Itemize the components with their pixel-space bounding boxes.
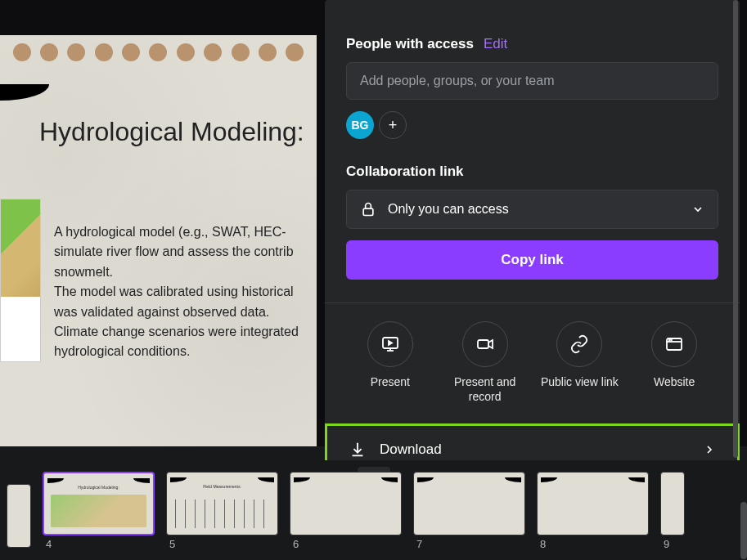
- present-icon: [380, 334, 400, 354]
- svg-point-9: [669, 340, 670, 341]
- slide-binding: [0, 43, 317, 68]
- website-action[interactable]: Website: [633, 321, 715, 404]
- present-action[interactable]: Present: [349, 321, 431, 404]
- avatar[interactable]: BG: [346, 111, 374, 139]
- add-person-button[interactable]: +: [379, 111, 407, 139]
- slide-thumbnail[interactable]: Hydrological Modeling: 4: [43, 472, 155, 550]
- download-icon: [349, 441, 367, 459]
- slide-decoration: [0, 84, 49, 101]
- slide-thumbnail[interactable]: 9: [660, 472, 685, 550]
- share-actions-row: Present Present and record: [346, 321, 718, 404]
- svg-rect-5: [478, 340, 488, 348]
- divider: [325, 302, 740, 303]
- chevron-down-icon: [691, 203, 704, 216]
- access-level-text: Only you can access: [388, 202, 680, 217]
- add-people-input[interactable]: [346, 62, 718, 100]
- chevron-right-icon: [703, 443, 716, 456]
- public-link-action[interactable]: Public view link: [538, 321, 620, 404]
- slide-thumbnail[interactable]: 6: [290, 472, 402, 550]
- edit-access-link[interactable]: Edit: [484, 36, 507, 52]
- link-icon: [569, 334, 589, 354]
- slide-figure: [0, 199, 41, 362]
- download-label: Download: [380, 441, 690, 458]
- current-slide: Hydrological Modeling: A hydrological mo…: [0, 35, 317, 446]
- copy-link-button[interactable]: Copy link: [346, 240, 718, 280]
- slide-thumbnail[interactable]: 7: [413, 472, 525, 550]
- slide-thumbnail[interactable]: Field Measurements: 5: [166, 472, 278, 550]
- outer-scrollbar[interactable]: [740, 502, 747, 559]
- access-header: People with access Edit: [346, 36, 718, 52]
- slide-body: A hydrological model (e.g., SWAT, HEC- s…: [54, 223, 317, 363]
- svg-marker-2: [389, 341, 392, 345]
- thumbnail-strip: Hydrological Modeling: 4 Field Measureme…: [0, 460, 747, 560]
- slide-thumbnail[interactable]: [7, 484, 31, 550]
- website-icon: [664, 334, 684, 354]
- people-access-label: People with access: [346, 36, 474, 52]
- present-record-action[interactable]: Present and record: [444, 321, 526, 404]
- lock-icon: [360, 201, 376, 217]
- collab-link-label: Collaboration link: [346, 164, 718, 180]
- panel-scrollbar[interactable]: [733, 0, 738, 458]
- svg-rect-0: [363, 208, 373, 215]
- avatar-row: BG +: [346, 111, 718, 139]
- slide-thumbnail[interactable]: 8: [537, 472, 649, 550]
- video-icon: [475, 334, 495, 354]
- slide-title: Hydrological Modeling:: [39, 117, 304, 147]
- svg-point-10: [671, 340, 672, 341]
- access-level-dropdown[interactable]: Only you can access: [346, 190, 718, 229]
